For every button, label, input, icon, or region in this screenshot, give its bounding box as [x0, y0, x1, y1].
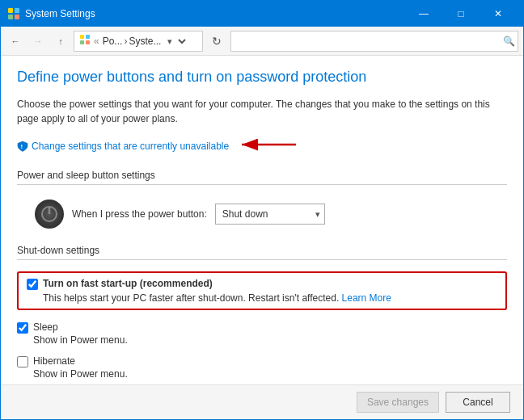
page-description: Choose the power settings that you want … — [17, 97, 507, 126]
power-section-label: Power and sleep button settings — [17, 170, 507, 185]
hibernate-desc: Show in Power menu. — [33, 368, 507, 380]
power-setting-row: When I press the power button: Do nothin… — [35, 200, 507, 229]
breadcrumb-part1: Po... — [103, 36, 123, 47]
page-title: Define power buttons and turn on passwor… — [17, 69, 507, 86]
red-arrow — [235, 136, 300, 153]
breadcrumb-icon — [79, 34, 91, 48]
breadcrumb-part2: Syste... — [129, 36, 161, 47]
hibernate-row: Hibernate — [17, 355, 507, 368]
search-input[interactable] — [230, 31, 518, 52]
fast-startup-box: Turn on fast start-up (recommended) This… — [17, 271, 507, 310]
learn-more-link[interactable]: Learn More — [342, 292, 391, 304]
back-button[interactable]: ← — [6, 32, 25, 51]
fast-startup-label: Turn on fast start-up (recommended) — [43, 278, 213, 289]
fast-startup-checkbox[interactable] — [27, 279, 38, 290]
forward-button[interactable]: → — [28, 32, 48, 51]
footer: Save changes Cancel — [1, 384, 523, 419]
search-wrapper: 🔍 — [230, 31, 518, 52]
title-bar-controls: — □ ✕ — [405, 1, 517, 27]
svg-rect-3 — [15, 15, 19, 19]
address-bar: ← → ↑ « Po... › Syste... ▾ ↻ 🔍 — [1, 27, 523, 56]
search-button[interactable]: 🔍 — [503, 36, 515, 47]
fast-startup-desc: This helps start your PC faster after sh… — [43, 292, 497, 304]
power-icon — [35, 200, 64, 229]
address-dropdown[interactable]: ▾ — [161, 36, 188, 47]
sleep-row: Sleep — [17, 321, 507, 334]
power-dropdown[interactable]: Do nothing Sleep Hibernate Shut down Tur… — [215, 204, 325, 225]
power-dropdown-wrapper: Do nothing Sleep Hibernate Shut down Tur… — [215, 204, 325, 225]
svg-rect-2 — [8, 15, 13, 19]
minimize-button[interactable]: — — [405, 1, 442, 27]
address-path: « Po... › Syste... ▾ — [74, 31, 203, 52]
content-area: Define power buttons and turn on passwor… — [1, 56, 523, 384]
svg-text:!: ! — [21, 143, 23, 150]
up-button[interactable]: ↑ — [51, 32, 70, 51]
sleep-label: Sleep — [33, 321, 58, 333]
svg-rect-0 — [8, 8, 13, 13]
svg-rect-6 — [80, 40, 84, 44]
fast-startup-row: Turn on fast start-up (recommended) — [27, 278, 497, 290]
hibernate-label: Hibernate — [33, 355, 75, 367]
hibernate-group: Hibernate Show in Power menu. — [17, 355, 507, 380]
cancel-button[interactable]: Cancel — [446, 392, 510, 413]
title-bar: System Settings — □ ✕ — [1, 1, 523, 27]
window-icon — [7, 7, 20, 20]
power-row-label: When I press the power button: — [72, 208, 207, 220]
change-settings-link[interactable]: ! Change settings that are currently una… — [17, 141, 229, 152]
svg-rect-5 — [86, 35, 90, 39]
svg-rect-4 — [80, 35, 84, 39]
shutdown-section-label: Shut-down settings — [17, 245, 507, 260]
breadcrumb-sep1: › — [124, 36, 127, 47]
shield-icon: ! — [17, 141, 28, 152]
breadcrumb-separator: « — [94, 36, 99, 47]
refresh-button[interactable]: ↻ — [206, 31, 227, 52]
title-bar-text: System Settings — [25, 8, 405, 19]
maximize-button[interactable]: □ — [442, 1, 480, 27]
svg-rect-7 — [86, 40, 90, 44]
save-changes-button[interactable]: Save changes — [357, 392, 439, 413]
sleep-desc: Show in Power menu. — [33, 334, 507, 346]
hibernate-checkbox[interactable] — [17, 356, 28, 368]
system-settings-window: System Settings — □ ✕ ← → ↑ « Po... › Sy… — [0, 0, 524, 420]
svg-rect-1 — [15, 8, 19, 13]
close-button[interactable]: ✕ — [480, 1, 517, 27]
change-settings-row: ! Change settings that are currently una… — [17, 136, 507, 153]
sleep-checkbox[interactable] — [17, 322, 28, 334]
sleep-group: Sleep Show in Power menu. — [17, 321, 507, 346]
